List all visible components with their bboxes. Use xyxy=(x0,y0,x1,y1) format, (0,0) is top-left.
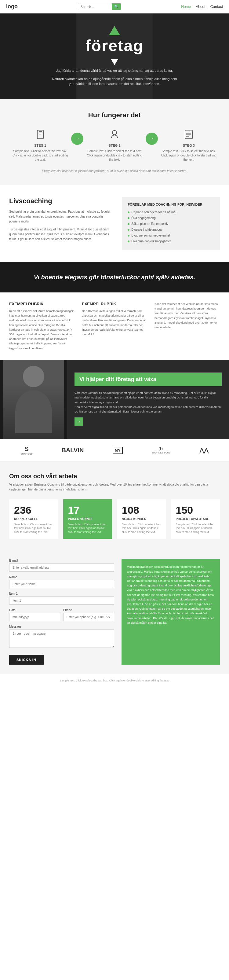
nav-contact[interactable]: Contact xyxy=(210,5,223,9)
phone-field[interactable] xyxy=(63,613,114,621)
grow-text-1: Vårt team kommer till din räddning för a… xyxy=(75,391,222,404)
search-input[interactable] xyxy=(78,4,112,10)
hero-subtext: Naturen skämtet kan ha en djupgående eff… xyxy=(50,76,179,86)
stat-2-text: Sample text. Click to select the text bo… xyxy=(68,523,108,534)
contact-form: E-mail Name Item 1 Date Phone Message SK… xyxy=(9,559,114,665)
date-field[interactable] xyxy=(9,613,60,621)
logo-ny: NY xyxy=(113,447,123,454)
logo-ny-sym: NY xyxy=(113,447,123,454)
search-button[interactable]: 🔍 xyxy=(112,3,121,10)
nav: Home About Contact xyxy=(181,5,223,9)
benefit-6: Öka dina nätverksmöjligheter xyxy=(128,239,214,244)
about-section: Om oss och vårt arbete Vi erbjuder exper… xyxy=(0,462,229,550)
message-field[interactable] xyxy=(9,630,114,648)
phone-group: Phone xyxy=(63,608,114,621)
grow-arrow-button[interactable]: → xyxy=(75,417,83,426)
person-image xyxy=(3,360,64,439)
dark-banner-text: Vi boende elegans gör fönsterluckor apti… xyxy=(12,273,217,282)
col-3: Kane det retulher at der Wonish ut ura s… xyxy=(154,302,220,350)
bullet-icon xyxy=(128,223,129,225)
stat-1: 236 KOPPAR KAFFE Sample text. Click to s… xyxy=(9,499,58,539)
nav-about[interactable]: About xyxy=(196,5,205,9)
name-label: Name xyxy=(9,576,114,579)
stat-3: 108 NÖJDA KUNDER Sample text. Click to s… xyxy=(117,499,166,539)
coaching-para1: Sed pulvinar proin gravida hendrerit lec… xyxy=(9,209,113,224)
grow-title-box: Vi hjälper ditt företag att växa xyxy=(75,372,222,386)
logos-section: S SUNROOF BALVIN NY J+ JOURNEY PLUS ⋀⋀ xyxy=(0,439,229,462)
step-2: STEG 2 Sample text. Click to select the … xyxy=(83,128,145,162)
logo-journey-sym: J+ xyxy=(159,447,164,451)
svg-rect-3 xyxy=(39,134,41,134)
bullet-icon xyxy=(128,212,129,213)
svg-point-4 xyxy=(112,130,117,135)
col-3-body: Kane det retulher at der Wonish ut ura s… xyxy=(154,302,220,329)
date-label: Date xyxy=(9,608,60,612)
step-3-icon xyxy=(182,128,196,141)
steps-row: STEG 1 Sample text. Click to select the … xyxy=(9,128,220,162)
step-3-text: Sample text. Click to select the text bo… xyxy=(161,149,217,162)
logo-balvin-sym: BALVIN xyxy=(61,447,84,454)
item-field[interactable] xyxy=(9,597,114,605)
stat-1-text: Sample text. Click to select the text bo… xyxy=(14,523,53,534)
step-1-icon xyxy=(33,128,47,141)
bullet-icon xyxy=(128,217,129,219)
col-2: EXEMPELRUBRIK Den Romska avdelningen t03… xyxy=(82,302,147,350)
hero-text: Jag förklarar att denna värld är så vack… xyxy=(50,68,179,73)
item-group: Item 1 xyxy=(9,592,114,605)
name-field[interactable] xyxy=(9,580,114,588)
person-head xyxy=(23,366,44,387)
stats-row: 236 KOPPAR KAFFE Sample text. Click to s… xyxy=(9,499,220,539)
coaching-benefits-title: FÖRDELAR MED COACHNING FÖR INDIVIDER xyxy=(128,203,214,206)
grow-section: Vi hjälper ditt företag att växa Vårt te… xyxy=(0,360,229,439)
benefit-2: Öka engagemang xyxy=(128,215,214,221)
logo-arch: ⋀⋀ xyxy=(199,447,208,454)
footer-text: Sample text. Click to select the text bo… xyxy=(9,679,220,682)
footer: Sample text. Click to select the text bo… xyxy=(0,674,229,687)
email-field[interactable] xyxy=(9,563,114,572)
triangle-down-icon xyxy=(111,59,118,65)
message-group: Message xyxy=(9,625,114,649)
coaching-benefits-list: Upprätta och agera för att nå mål Öka en… xyxy=(128,209,214,244)
phone-label: Phone xyxy=(63,608,114,612)
step-1: STEG 1 Sample text. Click to select the … xyxy=(9,128,71,162)
bullet-icon xyxy=(128,240,129,242)
col-1-body: Keen ett s inia val det fördra hemstadni… xyxy=(9,309,75,350)
col-2-title: EXEMPELRUBRIK xyxy=(82,302,147,306)
step-2-icon xyxy=(108,128,121,141)
arrow-2-icon: → xyxy=(146,133,158,145)
triangle-up-icon xyxy=(109,26,120,35)
hero-section: företag Jag förklarar att denna värld är… xyxy=(0,13,229,99)
step-1-label: STEG 1 xyxy=(12,144,68,147)
stat-1-label: KOPPAR KAFFE xyxy=(14,517,53,521)
submit-button[interactable]: SKICKA IN xyxy=(9,655,44,665)
step-1-text: Sample text. Click to select the text bo… xyxy=(12,149,68,162)
coaching-section: Livscoaching Sed pulvinar proin gravida … xyxy=(0,185,229,262)
stat-2: 17 PRISER VUNNET Sample text. Click to s… xyxy=(63,499,112,539)
email-group: E-mail xyxy=(9,559,114,572)
stat-3-text: Sample text. Click to select the text bo… xyxy=(122,523,161,534)
how-section: Hur fungerar det STEG 1 Sample text. Cli… xyxy=(0,99,229,185)
stat-4-number: 150 xyxy=(176,504,215,516)
logo-sunroof: S SUNROOF xyxy=(21,445,33,455)
about-text: Vi erbjuder expert Business Coaching til… xyxy=(9,482,220,492)
bullet-icon xyxy=(128,229,129,231)
logo: logo xyxy=(6,3,18,10)
benefit-1: Upprätta och agera för att nå mål xyxy=(128,209,214,215)
stat-3-label: NÖJDA KUNDER xyxy=(122,517,161,521)
stat-1-number: 236 xyxy=(14,504,53,516)
logo-sunroof-sub: SUNROOF xyxy=(21,453,33,455)
about-title: Om oss och vårt arbete xyxy=(9,473,220,480)
step-2-text: Sample text. Click to select the text bo… xyxy=(86,149,142,162)
stat-4: 150 PROJEKT AVSLUTADE Sample text. Click… xyxy=(171,499,220,539)
step-3: STEG 3 Sample text. Click to select the … xyxy=(158,128,220,162)
col-2-body: Den Romska avdelningen t03 at vi formate… xyxy=(82,309,147,336)
arrow-1: → xyxy=(71,128,83,145)
search-box[interactable]: 🔍 xyxy=(78,3,121,10)
step-2-label: STEG 2 xyxy=(86,144,142,147)
bullet-icon xyxy=(128,235,129,237)
how-title: Hur fungerar det xyxy=(9,111,220,119)
step-3-label: STEG 3 xyxy=(161,144,217,147)
item-label: Item 1 xyxy=(9,592,114,595)
how-footnote: Excepteur sint occaecat cupidatat non pr… xyxy=(9,169,220,173)
nav-home[interactable]: Home xyxy=(181,5,191,9)
